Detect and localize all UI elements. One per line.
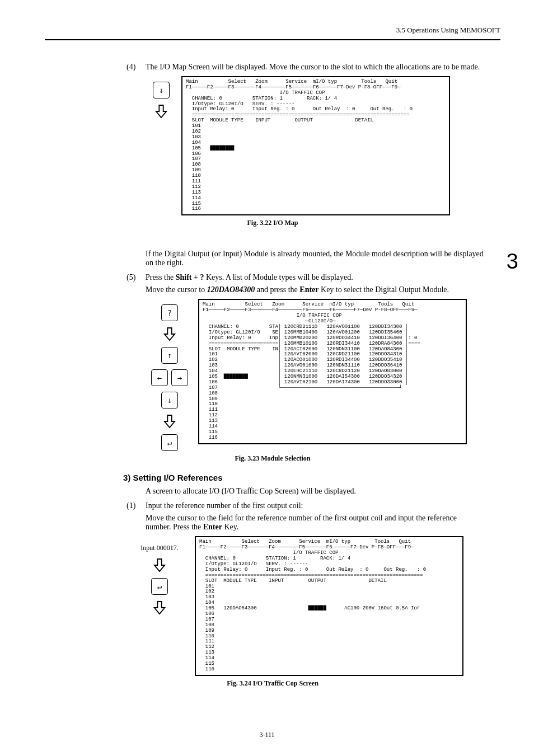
step1b-text: Input the reference number of the first … xyxy=(146,501,303,510)
up-key-icon: ↑ xyxy=(161,347,178,364)
step5-line1: Press the Shift + ? Keys. A list of Modu… xyxy=(146,273,353,281)
down-key-icon: ↓ xyxy=(153,82,170,98)
fig323-screen: Main Select Zoom Service mI/O typ Tools … xyxy=(198,299,467,444)
page-number: 3-111 xyxy=(0,731,534,739)
enter-key-icon: ↵ xyxy=(161,434,178,451)
input-label: Input 000017. xyxy=(140,544,178,552)
step1b-line2: Move the cursor to the field for the ref… xyxy=(146,514,484,532)
step4-num: (4) xyxy=(127,63,135,72)
step5-num: (5) xyxy=(127,273,135,282)
hollow-arrow-down-icon xyxy=(163,327,176,341)
hollow-arrow-down-icon xyxy=(153,558,166,572)
step4-text: The I/O Map Screen will be displayed. Mo… xyxy=(146,63,480,71)
fig324-screen: Main Select Zoom Service mI/O typ Tools … xyxy=(195,536,463,675)
enter-key-icon: ↵ xyxy=(151,578,168,595)
fig322-caption: Fig. 3.22 I/O Map xyxy=(45,219,500,227)
step5-line2: Move the cursor to 120DAO84300 and press… xyxy=(146,285,484,294)
fig323-caption: Fig. 3.23 Module Selection xyxy=(45,454,500,463)
left-key-icon: ← xyxy=(151,369,168,386)
right-key-icon: → xyxy=(171,369,188,386)
hollow-arrow-down-icon xyxy=(153,600,166,615)
post322-text: If the Digital Output (or Input) Module … xyxy=(146,250,484,267)
step1b-num: (1) xyxy=(127,501,135,510)
section3-text: A screen to allocate I/O (I/O Traffic Co… xyxy=(146,487,484,496)
hollow-arrow-down-icon xyxy=(155,104,167,119)
header-section: 3.5 Operations Using MEMOSOFT xyxy=(396,26,500,35)
down-key-icon: ↓ xyxy=(161,392,178,408)
question-key-icon: ? xyxy=(161,304,178,321)
chapter-number: 3 xyxy=(507,250,518,274)
fig322-screen: Main Select Zoom Service mI/O typ Tools … xyxy=(181,76,450,215)
section3-heading: 3) Setting I/O References xyxy=(123,473,500,482)
fig324-caption: Fig. 3.24 I/O Traffic Cop Screen xyxy=(45,679,500,688)
hollow-arrow-down-icon xyxy=(163,414,176,429)
